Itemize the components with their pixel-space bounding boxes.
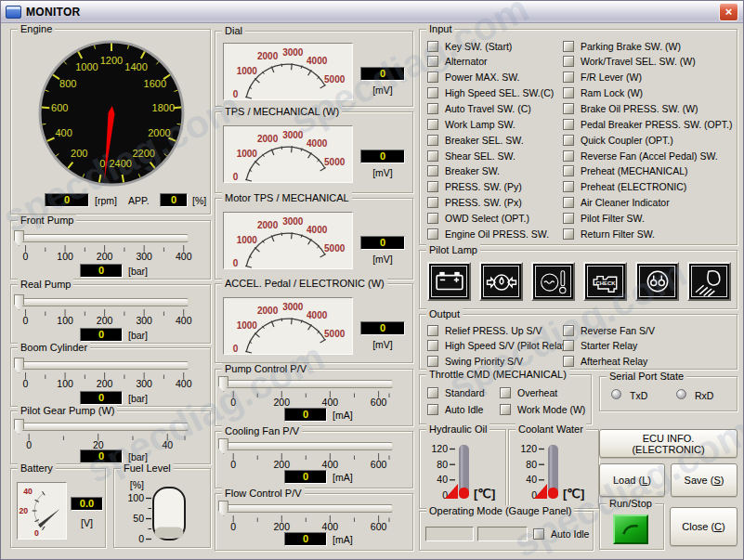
group-label: Run/Stop	[607, 498, 655, 510]
slider-thumb[interactable]	[218, 438, 228, 454]
group-accel-pedal: ACCEL. Pedal / ELECTRONIC (W) 0100020003…	[215, 283, 413, 363]
input-indicator-item: Power MAX. SW.	[427, 72, 520, 84]
input-indicator-label: Return Filter SW.	[581, 228, 655, 240]
slider-tick-label: 400	[309, 521, 350, 532]
input-indicator-lamp	[427, 213, 438, 224]
run-stop-button[interactable]	[613, 514, 648, 544]
input-indicator-label: PRESS. SW. (Px)	[445, 197, 522, 208]
arc-gauge-tick-label: 2000	[257, 306, 279, 316]
arc-gauge-tick-label: 2000	[257, 220, 279, 230]
save-label: Save (	[685, 475, 714, 486]
engine-gauge-tick-label: 2400	[109, 158, 131, 169]
arc-gauge-tick-label: 1000	[237, 149, 258, 159]
ecu-info-button[interactable]: ECU INFO. (ELECTRONIC)	[599, 429, 737, 458]
engine-gauge-tick-label: 1600	[144, 78, 166, 89]
input-indicator-lamp	[563, 181, 574, 192]
output-indicator-item: Starter Relay	[563, 340, 637, 352]
group-pump-control: Pump Control P/V02004006000[mA]	[215, 369, 413, 426]
engine-gauge-tick-label: 800	[59, 78, 76, 89]
output-indicator-item: Afterheat Relay	[563, 355, 647, 367]
slider-unit-label: [bar]	[128, 393, 148, 404]
input-indicator-lamp	[427, 87, 438, 98]
dial-unit-label: [mV]	[360, 85, 405, 96]
accel-pedal-unit-label: [mV]	[360, 339, 405, 350]
save-button[interactable]: Save (S)	[671, 463, 737, 497]
rpm-unit-label: [rpm]	[95, 195, 117, 206]
input-indicator-lamp	[427, 103, 438, 114]
throttle-indicator-item: Work Mode (W)	[500, 403, 585, 415]
group-front-pump: Front Pump01002003004000[bar]	[10, 220, 211, 280]
slider-tick-label: 600	[359, 521, 399, 532]
group-label: Battery	[18, 462, 56, 475]
group-throttle-cmd: Throttle CMD (MECHANICAL) StandardOverhe…	[419, 374, 592, 424]
output-indicator-label: Afterheat Relay	[581, 356, 647, 367]
arc-gauge-svg: 010002000300040005000	[224, 126, 352, 182]
input-indicator-lamp	[563, 72, 574, 83]
tps-gauge: 010002000300040005000	[223, 125, 353, 183]
engine-gauge-tick-label: 1000	[75, 61, 98, 72]
slider-track[interactable]	[222, 380, 393, 388]
input-indicator-item: Preheat (MECHANICAL)	[563, 165, 688, 177]
arc-gauge-tick-label: 3000	[282, 302, 304, 312]
app-unit-label: [%]	[192, 195, 206, 206]
slider-track[interactable]	[18, 423, 189, 431]
engine-gauge-tick-label: 2200	[132, 148, 154, 159]
input-indicator-lamp	[427, 119, 438, 130]
engine-gauge-tick-label: 600	[51, 102, 68, 113]
input-indicator-item: Work Lamp SW.	[427, 118, 516, 130]
group-run-stop: Run/Stop	[599, 503, 664, 550]
thermo-scale-label: 0	[442, 489, 448, 501]
rxd-label: RxD	[695, 390, 713, 401]
throttle-indicator-label: Standard	[445, 387, 485, 398]
slider-thumb[interactable]	[218, 501, 228, 516]
engine-gauge-tick-label: 1200	[100, 55, 123, 66]
input-indicator-label: High Speed SEL. SW.(C)	[445, 87, 554, 98]
load-button[interactable]: Load (L)	[599, 463, 665, 497]
input-indicator-item: F/R Lever (W)	[563, 72, 642, 84]
close-button[interactable]: Close (C)	[670, 507, 737, 546]
slider-track[interactable]	[18, 298, 189, 306]
thermo-unit-label: [℃]	[474, 487, 495, 501]
output-indicator-label: Starter Relay	[581, 340, 637, 351]
slider-tick-label: 0	[213, 459, 254, 470]
input-indicator-label: Pedal Breaker PRESS. SW. (OPT.)	[581, 119, 732, 130]
slider-tick-label: 400	[163, 315, 204, 326]
close-window-button[interactable]: ×	[719, 3, 738, 21]
input-indicator-label: Auto Travel SW. (C)	[445, 103, 531, 114]
input-indicator-label: Engine Oil PRESS. SW.	[445, 228, 549, 240]
battery-scale-label: 0	[34, 528, 39, 538]
slider-tick-label: 400	[309, 459, 350, 470]
slider-thumb[interactable]	[14, 419, 24, 435]
slider-tick-label: 0	[6, 378, 46, 389]
operating-mode-field-1	[425, 527, 474, 541]
input-indicator-item: Key SW. (Start)	[427, 40, 512, 52]
fuel-scale-label: 100	[127, 492, 144, 503]
input-indicator-label: Work Lamp SW.	[445, 119, 516, 130]
slider-track[interactable]	[18, 361, 189, 370]
input-indicator-item: Quick Coupler (OPT.)	[563, 134, 673, 146]
group-label: Pilot Gear Pump (W)	[18, 405, 117, 417]
motor-tps-value: 0	[360, 236, 405, 250]
arc-gauge-tick-label: 3000	[282, 216, 304, 227]
input-indicator-lamp	[563, 150, 574, 162]
input-indicator-item: Parking Brake SW. (W)	[563, 40, 681, 52]
throttle-indicator-item: Standard	[427, 386, 485, 398]
group-label: Serial Port State	[607, 371, 686, 383]
input-indicator-lamp	[427, 72, 438, 83]
thermo-scale-label: 120	[431, 443, 448, 454]
slider-tick-label: 200	[85, 315, 125, 326]
input-indicator-lamp	[563, 56, 574, 67]
dial-gauge: 010002000300040005000	[223, 43, 353, 100]
slider-tick-label: 0	[6, 315, 46, 326]
slider-thumb[interactable]	[14, 294, 24, 310]
slider-value: 0	[80, 391, 123, 405]
slider-track[interactable]	[18, 234, 189, 242]
group-label: Motor TPS / MECHANICAL	[222, 192, 352, 204]
group-output: Output Relief PRESS. Up S/VHigh Speed S/…	[419, 314, 737, 370]
title-bar[interactable]: MONITOR ×	[1, 1, 743, 23]
slider-thumb[interactable]	[14, 358, 24, 373]
slider-thumb[interactable]	[218, 376, 228, 392]
slider-track[interactable]	[222, 504, 393, 513]
slider-thumb[interactable]	[14, 230, 24, 246]
slider-track[interactable]	[222, 442, 393, 450]
